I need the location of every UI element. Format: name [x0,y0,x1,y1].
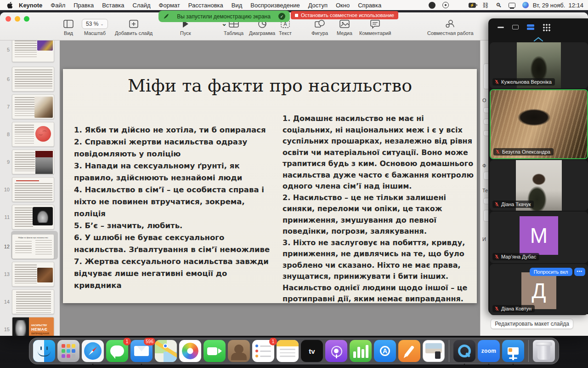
comment-button[interactable]: Комментарий [359,19,391,36]
dock-separator [449,340,449,362]
link-icon[interactable]: ⛓ [482,1,489,9]
ukraine-flag-input-icon[interactable] [455,3,463,8]
dock-pages-icon[interactable] [398,340,420,362]
slide-thumbnail-5[interactable]: 5 [0,40,60,63]
dock-reminders-icon[interactable]: 1 [252,340,274,362]
dock-zoom-icon[interactable]: zoom [478,340,500,362]
dock-launchpad-icon[interactable] [57,340,79,362]
spotlight-search-icon[interactable]: 🔍︎ [495,1,503,9]
messages-badge: 1 [123,338,131,345]
zoom-dropdown[interactable]: 53 % ⌄ [82,19,108,29]
displays-icon[interactable] [509,3,515,8]
dock-keynote-icon[interactable] [502,340,524,362]
app-menu-keynote[interactable]: Keynote [15,2,46,9]
gallery-view-icon[interactable] [543,23,550,31]
collaboration-button[interactable]: Совместная работа [427,19,474,36]
menu-slide[interactable]: Слайд [129,2,155,9]
slide-thumbnail-12-selected[interactable]: 12 Міфи та факти про насильство [0,233,60,260]
screen-share-message: Вы запустили демонстрацию экрана [173,13,275,20]
dock-trash-icon[interactable] [533,340,555,362]
menu-insert[interactable]: Вставка [98,2,128,9]
slide-thumbnail-9[interactable]: 9 [0,148,60,176]
slide-title[interactable]: Міфи та факти про насильство [63,75,477,96]
minimize-panel-icon[interactable] [498,27,504,28]
dock-quicktime-icon[interactable] [453,340,475,362]
menu-window[interactable]: Окно [332,2,354,9]
dock-safari-icon[interactable] [82,340,104,362]
reminders-badge: 1 [269,338,277,345]
dock-mail-icon[interactable]: 596 [130,340,153,362]
slide-thumbnail-15[interactable]: 15 НАСИЛЬСТВУ НЕМАЄ ВИПРАВДАННЯ [0,316,60,336]
participant-tile[interactable]: Кужельнова Вероніка [490,42,588,88]
minimize-window-button[interactable] [15,16,20,22]
slide-thumbnail-13[interactable]: 13 [0,260,60,288]
edit-slide-layout-button[interactable]: Редактировать макет слайда [491,319,573,329]
battery-icon[interactable]: ⚡ [469,3,476,8]
shape-icon [315,19,325,29]
siri-icon[interactable] [522,2,529,8]
slide-navigator: 5 6 7 8 9 [0,40,60,336]
slide-canvas: Міфи та факти про насильство 1. Якби ти … [60,40,480,336]
dock-notes-icon[interactable] [277,340,299,362]
menu-view[interactable]: Вид [227,2,247,9]
menu-format[interactable]: Формат [155,2,184,9]
dock-messages-icon[interactable]: 1 [106,340,128,362]
window-layout-icon[interactable] [512,25,519,29]
muted-mic-icon [494,201,499,207]
dock-contacts-icon[interactable] [228,340,250,362]
zoom-control[interactable]: 53 % ⌄ Масштаб [82,19,108,36]
menu-file[interactable]: Файл [46,2,69,9]
apple-menu[interactable] [5,2,15,9]
menu-arrange[interactable]: Расстановка [184,2,227,9]
menu-help[interactable]: Справка [354,2,385,9]
participant-tile-active-speaker[interactable]: Безугла Олександра [490,89,588,159]
dock-appstore-icon[interactable]: A [374,340,396,362]
menu-play[interactable]: Воспроизведение [246,2,304,9]
slide-thumbnail-14[interactable]: 14 [0,288,60,316]
participant-tile[interactable]: Діана Ткачук [490,160,588,211]
more-options-button[interactable]: ••• [574,268,585,276]
comment-icon [370,19,380,29]
slide-thumbnail-8[interactable]: 8 [0,121,60,148]
current-slide[interactable]: Міфи та факти про насильство 1. Якби ти … [63,69,477,303]
menu-edit[interactable]: Правка [69,2,98,9]
zoom-panel-header [488,18,588,36]
ask-to-unmute-button[interactable]: Попросить вкл [530,268,572,276]
slide-number: 15 [0,327,12,332]
banner-chevron-icon[interactable]: ⌄ [220,21,229,27]
dock-photos-icon[interactable] [179,340,201,362]
zoom-menubar-icon[interactable] [429,2,435,9]
view-button[interactable]: Вид [63,19,74,36]
fullscreen-window-button[interactable] [24,16,29,22]
dock-facetime-icon[interactable] [204,340,226,362]
facts-text-column[interactable]: 1. Домашнє насильство не має ні соціальн… [283,113,475,305]
dock-finder-icon[interactable] [33,340,55,362]
dock: 1 596 1 tv A zoom [29,338,559,364]
menu-bar-clock[interactable]: Вт, 29 нояб. 12:14 [533,2,583,9]
slide-thumbnail-7[interactable]: 7 [0,93,60,121]
speaker-view-icon[interactable] [527,24,534,30]
muted-mic-icon [495,149,500,155]
add-slide-button[interactable]: Добавить слайд [115,19,153,36]
participant-tile[interactable]: М Мар’яна Дубас [490,212,588,263]
shape-button[interactable]: Фигура [311,19,328,36]
dock-maps-icon[interactable] [155,340,177,362]
myths-text-column[interactable]: 1. Якби ти дійсно не хотіла, ти б опирал… [74,124,271,292]
slide-thumbnail-10[interactable]: 10 [0,176,60,203]
slide-thumbnail-6[interactable]: 6 [0,65,60,93]
participant-tile[interactable]: Д Попросить вкл ••• Діана Ковтун [490,264,588,315]
collapse-panel-chevron-icon[interactable] [488,36,588,42]
slide-number: 13 [0,271,12,277]
stop-sharing-button[interactable]: Остановить совместное использование [291,11,398,19]
slide-thumbnail-11[interactable]: 11 [0,203,60,231]
dock-numbers-icon[interactable] [350,340,372,362]
dock-podcasts-icon[interactable] [325,340,347,362]
screen-recording-icon[interactable] [442,2,449,8]
dock-document-preview-icon[interactable] [423,340,445,362]
menu-share[interactable]: Доступ [304,2,332,9]
media-button[interactable]: Медиа [337,19,352,36]
dock-appletv-icon[interactable]: tv [301,340,323,362]
participant-avatar: М [520,216,558,255]
close-window-button[interactable] [6,16,11,22]
participant-nametag: Мар’яна Дубас [492,253,539,260]
